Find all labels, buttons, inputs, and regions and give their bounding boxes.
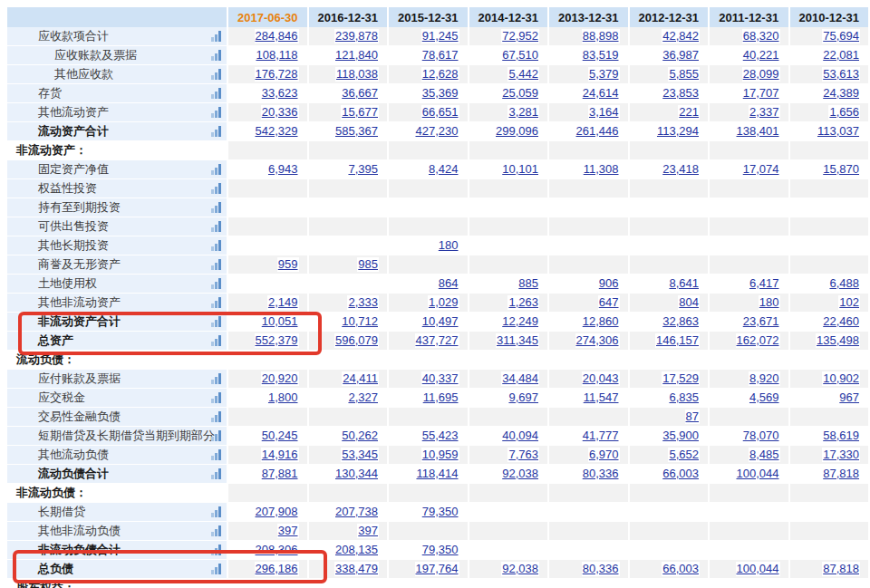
value-link[interactable]: 80,336: [582, 467, 620, 481]
bar-chart-icon[interactable]: [211, 392, 221, 403]
value-link[interactable]: 959: [277, 257, 299, 272]
value-link[interactable]: 6,835: [668, 390, 700, 405]
value-link[interactable]: 985: [357, 257, 379, 272]
value-link[interactable]: 5,442: [508, 67, 539, 82]
value-link[interactable]: 113,294: [656, 124, 700, 139]
value-link[interactable]: 33,623: [261, 86, 299, 101]
value-link[interactable]: 7,763: [508, 448, 539, 462]
bar-chart-icon[interactable]: [211, 69, 221, 80]
value-link[interactable]: 1,029: [428, 295, 459, 310]
bar-chart-icon[interactable]: [211, 50, 221, 61]
value-link[interactable]: 284,846: [255, 29, 299, 43]
bar-chart-icon[interactable]: [211, 316, 221, 327]
value-link[interactable]: 906: [598, 276, 620, 291]
value-link[interactable]: 50,245: [261, 429, 299, 443]
value-link[interactable]: 6,970: [588, 448, 620, 462]
value-link[interactable]: 100,044: [736, 562, 780, 576]
value-link[interactable]: 55,423: [421, 429, 459, 443]
bar-chart-icon[interactable]: [211, 430, 221, 441]
value-link[interactable]: 87,818: [822, 467, 860, 481]
value-link[interactable]: 36,667: [341, 86, 379, 101]
value-link[interactable]: 12,628: [421, 67, 459, 82]
value-link[interactable]: 35,369: [421, 86, 459, 101]
value-link[interactable]: 296,186: [255, 562, 299, 576]
value-link[interactable]: 207,738: [334, 505, 379, 519]
value-link[interactable]: 130,344: [334, 467, 379, 481]
value-link[interactable]: 17,707: [742, 86, 780, 101]
value-link[interactable]: 180: [759, 295, 780, 310]
value-link[interactable]: 36,987: [662, 48, 700, 63]
value-link[interactable]: 40,094: [501, 429, 539, 443]
value-link[interactable]: 885: [517, 276, 539, 291]
value-link[interactable]: 299,096: [495, 124, 539, 139]
value-link[interactable]: 311,345: [496, 333, 539, 348]
value-link[interactable]: 7,395: [347, 162, 379, 177]
value-link[interactable]: 28,099: [742, 67, 780, 82]
value-link[interactable]: 2,333: [347, 295, 379, 310]
value-link[interactable]: 23,671: [742, 314, 780, 329]
value-link[interactable]: 967: [838, 390, 860, 405]
bar-chart-icon[interactable]: [211, 525, 221, 536]
value-link[interactable]: 135,498: [816, 333, 860, 348]
value-link[interactable]: 261,446: [575, 124, 620, 139]
value-link[interactable]: 2,149: [267, 295, 299, 310]
value-link[interactable]: 176,728: [255, 67, 299, 82]
value-link[interactable]: 1,263: [508, 295, 539, 310]
value-link[interactable]: 8,485: [749, 448, 780, 462]
value-link[interactable]: 80,336: [582, 562, 620, 576]
value-link[interactable]: 58,619: [822, 429, 860, 443]
bar-chart-icon[interactable]: [211, 126, 221, 137]
value-link[interactable]: 3,164: [588, 105, 620, 120]
value-link[interactable]: 208,135: [334, 543, 379, 557]
value-link[interactable]: 23,853: [662, 86, 700, 101]
value-link[interactable]: 208,306: [255, 543, 299, 557]
bar-chart-icon[interactable]: [211, 278, 221, 289]
value-link[interactable]: 10,902: [822, 371, 860, 386]
value-link[interactable]: 10,101: [501, 162, 539, 177]
value-link[interactable]: 24,614: [582, 86, 620, 101]
value-link[interactable]: 50,262: [341, 429, 379, 443]
value-link[interactable]: 197,764: [415, 562, 459, 576]
value-link[interactable]: 118,414: [415, 467, 459, 481]
value-link[interactable]: 121,840: [334, 48, 379, 63]
value-link[interactable]: 20,043: [582, 371, 620, 386]
value-link[interactable]: 102: [838, 295, 860, 310]
value-link[interactable]: 552,379: [255, 333, 299, 348]
value-link[interactable]: 12,860: [582, 314, 620, 329]
value-link[interactable]: 11,308: [583, 162, 620, 177]
value-link[interactable]: 542,329: [255, 124, 299, 139]
value-link[interactable]: 2,327: [347, 390, 379, 405]
value-link[interactable]: 12,249: [501, 314, 539, 329]
bar-chart-icon[interactable]: [211, 411, 221, 422]
value-link[interactable]: 108,118: [255, 48, 298, 63]
value-link[interactable]: 100,044: [736, 467, 780, 481]
value-link[interactable]: 87: [685, 410, 700, 424]
value-link[interactable]: 10,712: [341, 314, 379, 329]
value-link[interactable]: 9,697: [508, 390, 539, 405]
bar-chart-icon[interactable]: [211, 545, 221, 555]
value-link[interactable]: 8,641: [668, 276, 700, 291]
value-link[interactable]: 6,488: [828, 276, 860, 291]
bar-chart-icon[interactable]: [211, 31, 221, 42]
value-link[interactable]: 864: [438, 276, 459, 291]
value-link[interactable]: 11,695: [422, 390, 459, 405]
value-link[interactable]: 17,330: [822, 448, 860, 462]
bar-chart-icon[interactable]: [211, 373, 221, 384]
value-link[interactable]: 138,401: [736, 124, 780, 139]
value-link[interactable]: 32,863: [662, 314, 700, 329]
value-link[interactable]: 66,003: [662, 562, 700, 576]
value-link[interactable]: 397: [357, 524, 379, 538]
value-link[interactable]: 207,908: [255, 505, 299, 519]
value-link[interactable]: 14,916: [261, 448, 299, 462]
value-link[interactable]: 53,613: [822, 67, 860, 82]
value-link[interactable]: 79,350: [421, 543, 459, 557]
bar-chart-icon[interactable]: [211, 164, 221, 175]
bar-chart-icon[interactable]: [211, 221, 221, 232]
value-link[interactable]: 42,842: [662, 29, 700, 43]
value-link[interactable]: 87,818: [822, 562, 860, 576]
value-link[interactable]: 6,943: [267, 162, 299, 177]
value-link[interactable]: 11,547: [583, 390, 620, 405]
value-link[interactable]: 78,070: [742, 429, 780, 443]
value-link[interactable]: 113,037: [817, 124, 860, 139]
bar-chart-icon[interactable]: [211, 335, 221, 346]
